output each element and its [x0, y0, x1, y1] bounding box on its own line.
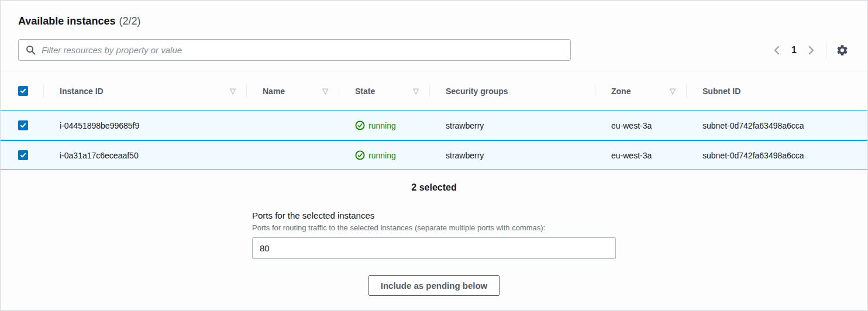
- ports-input[interactable]: [252, 237, 616, 259]
- gear-icon: [836, 44, 849, 57]
- header-cell-state[interactable]: State ▽: [339, 71, 429, 110]
- panel-header: Available instances(2/2) 1: [1, 1, 867, 61]
- action-row: Include as pending below: [1, 275, 867, 296]
- cell-security-groups: strawberry: [429, 151, 595, 160]
- instances-table: Instance ID ▽ Name ▽ State ▽ Security gr…: [1, 71, 867, 170]
- prev-page-button[interactable]: [770, 43, 783, 58]
- filter-dropdown-icon[interactable]: ▽: [670, 87, 676, 95]
- current-page-number[interactable]: 1: [791, 45, 797, 56]
- cell-state: running: [339, 150, 429, 160]
- cell-zone: eu-west-3a: [595, 151, 686, 160]
- cell-subnet-id: subnet-0d742fa63498a6cca: [686, 151, 867, 160]
- ports-description: Ports for routing traffic to the selecte…: [252, 223, 616, 232]
- available-instances-panel: Available instances(2/2) 1: [0, 0, 868, 311]
- table-row[interactable]: i-0a31a17c6eceaaf50 running strawberry e…: [1, 140, 867, 170]
- header-cell-zone[interactable]: Zone ▽: [595, 71, 686, 110]
- running-status-icon: [355, 150, 365, 160]
- pagination: 1: [770, 43, 850, 58]
- filter-dropdown-icon[interactable]: ▽: [322, 87, 328, 95]
- filter-dropdown-icon[interactable]: ▽: [230, 87, 236, 95]
- cell-select: [1, 120, 43, 130]
- state-label: running: [368, 121, 396, 130]
- cell-select: [1, 150, 43, 160]
- cell-instance-id: i-04451898be99685f9: [43, 121, 246, 130]
- table-row[interactable]: i-04451898be99685f9 running strawberry e…: [1, 110, 867, 140]
- ports-label: Ports for the selected instances: [252, 210, 616, 220]
- settings-button[interactable]: [835, 43, 850, 58]
- panel-title-line: Available instances(2/2): [18, 13, 850, 29]
- instance-count: (2/2): [119, 15, 140, 27]
- page-title: Available instances: [18, 15, 115, 27]
- select-all-checkbox[interactable]: [18, 86, 28, 96]
- cell-state: running: [339, 120, 429, 130]
- next-page-button[interactable]: [805, 43, 818, 58]
- selection-summary: 2 selected: [1, 182, 867, 193]
- ports-section: Ports for the selected instances Ports f…: [252, 210, 616, 259]
- column-label: Zone: [611, 87, 631, 96]
- filter-input[interactable]: [40, 40, 570, 60]
- row-checkbox[interactable]: [18, 120, 28, 130]
- header-cell-select-all: [1, 71, 43, 110]
- table-header-row: Instance ID ▽ Name ▽ State ▽ Security gr…: [1, 71, 867, 110]
- filter-dropdown-icon[interactable]: ▽: [413, 87, 419, 95]
- column-label: Instance ID: [60, 87, 104, 96]
- header-cell-name[interactable]: Name ▽: [246, 71, 339, 110]
- cell-security-groups: strawberry: [429, 121, 595, 130]
- pagination-divider: [826, 43, 826, 58]
- chevron-right-icon: [807, 45, 815, 56]
- column-label: Subnet ID: [702, 87, 740, 96]
- column-label: Name: [263, 87, 285, 96]
- column-label: State: [355, 87, 375, 96]
- header-cell-instance-id[interactable]: Instance ID ▽: [43, 71, 246, 110]
- running-status-icon: [355, 120, 365, 130]
- search-icon: [26, 45, 36, 55]
- cell-zone: eu-west-3a: [595, 121, 686, 130]
- check-icon: [20, 122, 26, 129]
- check-icon: [20, 152, 26, 158]
- cell-subnet-id: subnet-0d742fa63498a6cca: [686, 121, 867, 130]
- filter-toolbar: 1: [18, 39, 850, 61]
- filter-input-wrapper[interactable]: [18, 39, 571, 61]
- header-cell-security-groups: Security groups: [429, 71, 595, 110]
- cell-instance-id: i-0a31a17c6eceaaf50: [43, 151, 246, 160]
- header-cell-subnet-id: Subnet ID: [686, 71, 867, 110]
- column-label: Security groups: [446, 87, 508, 96]
- include-as-pending-button[interactable]: Include as pending below: [368, 275, 500, 296]
- chevron-left-icon: [773, 45, 781, 56]
- check-icon: [20, 88, 26, 94]
- row-checkbox[interactable]: [18, 150, 28, 160]
- state-label: running: [368, 151, 396, 160]
